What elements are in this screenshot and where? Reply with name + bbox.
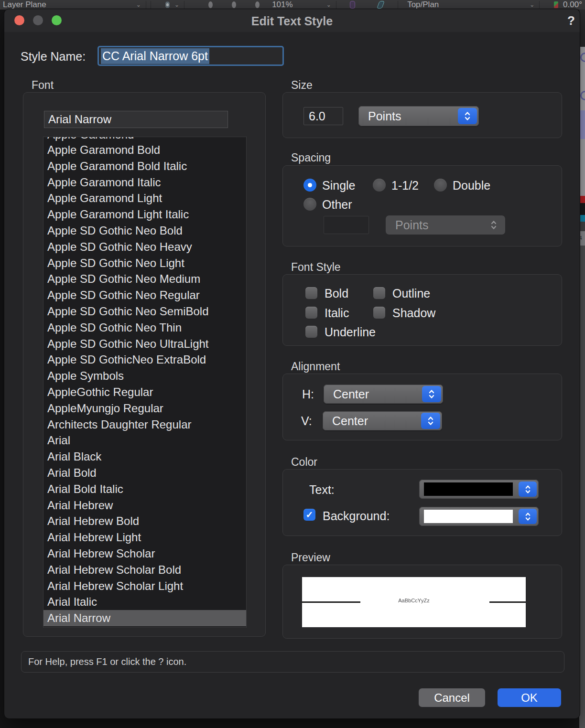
font-list-item[interactable]: Arial Hebrew Scholar Light — [43, 578, 246, 594]
chevron-down-icon: ⌄ — [530, 1, 534, 8]
other-spacing-input[interactable] — [324, 216, 369, 234]
radio-1-1-2[interactable] — [373, 179, 386, 192]
tool-circle-icon — [208, 1, 213, 8]
color-section-label: Color — [291, 456, 317, 469]
stepper-arrows-icon — [519, 482, 537, 497]
status-help-box: For Help, press F1 or click the ? icon. — [21, 651, 564, 673]
font-list-item[interactable]: Apple Garamond Bold Italic — [43, 158, 246, 174]
outline-checkbox[interactable] — [373, 287, 385, 299]
font-list-item[interactable]: Arial Narrow — [43, 610, 246, 626]
layer-plane-label: Layer Plane — [3, 0, 46, 10]
radio-double[interactable] — [434, 179, 447, 192]
alignment-section-label: Alignment — [291, 360, 340, 373]
font-list-item[interactable]: Apple SD Gothic Neo UltraLight — [43, 336, 246, 352]
font-list-item[interactable]: Arial Black — [43, 449, 246, 465]
size-value: 6.0 — [309, 109, 325, 123]
help-text: For Help, press F1 or click the ? icon. — [28, 656, 186, 667]
h-alignment-select[interactable]: Center — [324, 385, 443, 404]
font-list-item[interactable]: Arial Hebrew — [43, 497, 246, 514]
font-list-item[interactable]: Apple Garamond Light Italic — [43, 206, 246, 223]
font-list-item[interactable]: Arial — [43, 432, 246, 449]
font-list: Apple Garamond Apple Garamond BoldApple … — [43, 137, 247, 628]
other-spacing-unit-select[interactable]: Points — [386, 215, 505, 235]
font-groupbox: Arial Narrow Apple Garamond Apple Garamo… — [23, 92, 266, 637]
italic-label: Italic — [325, 306, 349, 320]
dialog-title: Edit Text Style — [4, 14, 580, 28]
background-color-label: Background: — [323, 509, 390, 523]
radio-1-1-2-label: 1-1/2 — [391, 179, 419, 193]
other-spacing-unit-value: Points — [395, 218, 428, 232]
font-list-item[interactable]: Arial Hebrew Bold — [43, 513, 246, 529]
edit-text-style-dialog: Edit Text Style ? Style Name: CC Arial N… — [4, 9, 580, 719]
font-list-item[interactable]: Apple SD Gothic Neo Heavy — [43, 239, 246, 255]
view-mode-label: Top/Plan — [407, 0, 439, 10]
alignment-groupbox: H: Center V: Center — [282, 374, 562, 440]
shadow-checkbox[interactable] — [373, 307, 385, 319]
background-color-well[interactable] — [419, 507, 539, 526]
font-list-item[interactable]: Arial Bold — [43, 465, 246, 481]
font-list-item[interactable]: Apple SD Gothic Neo SemiBold — [43, 303, 246, 320]
font-list-item[interactable]: Apple SD Gothic Neo Regular — [43, 287, 246, 303]
toolbar-divider — [539, 1, 540, 9]
background-app-toolbar: Layer Plane ⌄ ⌄ 101% ⌄ Top/Plan ⌄ 0.00° — [0, 0, 585, 10]
text-color-label: Text: — [309, 483, 335, 497]
cancel-button[interactable]: Cancel — [419, 688, 485, 707]
font-list-item[interactable]: Arial Bold Italic — [43, 481, 246, 497]
style-name-label: Style Name: — [21, 50, 86, 64]
text-color-well[interactable] — [419, 480, 539, 499]
bold-label: Bold — [325, 287, 348, 300]
font-list-item[interactable]: Arial Hebrew Scholar Bold — [43, 562, 246, 578]
size-unit-select[interactable]: Points — [358, 106, 479, 126]
font-search-input[interactable]: Arial Narrow — [44, 111, 228, 128]
toolbar-divider — [151, 1, 151, 9]
size-input[interactable]: 6.0 — [303, 107, 343, 125]
font-list-item[interactable]: Apple Garamond Italic — [43, 174, 246, 191]
radio-double-label: Double — [453, 179, 490, 193]
radio-single[interactable] — [303, 179, 316, 192]
font-list-item[interactable]: Architects Daughter Regular — [43, 417, 246, 433]
font-list-item-partial[interactable]: Apple Garamond — [43, 137, 246, 142]
font-list-item[interactable]: Apple SD Gothic Neo Medium — [43, 271, 246, 287]
stepper-arrows-icon — [458, 108, 477, 124]
underline-checkbox[interactable] — [305, 326, 317, 338]
background-checkbox[interactable]: ✓ — [303, 509, 315, 521]
font-list-item[interactable]: Apple Garamond Bold — [43, 142, 246, 158]
underline-label: Underline — [325, 325, 376, 339]
size-section-label: Size — [291, 79, 313, 92]
style-name-input[interactable]: CC Arial Narrow 6pt — [98, 46, 284, 66]
font-list-item[interactable]: Apple SD GothicNeo ExtraBold — [43, 352, 246, 368]
axonometry-icon — [378, 1, 384, 8]
chevron-down-icon: ⌄ — [326, 1, 331, 8]
radio-single-label: Single — [322, 179, 356, 193]
font-list-item[interactable]: Apple SD Gothic Neo Thin — [43, 320, 246, 336]
italic-checkbox[interactable] — [305, 307, 317, 319]
bold-checkbox[interactable] — [305, 287, 317, 299]
font-list-item[interactable]: Apple SD Gothic Neo Light — [43, 255, 246, 271]
h-alignment-value: Center — [333, 387, 369, 401]
help-icon[interactable]: ? — [567, 13, 575, 28]
chevron-down-icon: ⌄ — [174, 1, 179, 8]
font-list-item[interactable]: Arial Hebrew Light — [43, 529, 246, 546]
font-list-item[interactable]: AppleMyungjo Regular — [43, 400, 246, 417]
layer-plane-dropdown: Layer Plane ⌄ — [3, 0, 141, 10]
shadow-label: Shadow — [392, 306, 435, 320]
toolbar-divider — [146, 1, 146, 9]
radio-other[interactable] — [303, 198, 316, 211]
font-list-item[interactable]: Arial Italic — [43, 594, 246, 610]
preview-canvas: AaBbCcYyZz — [302, 577, 526, 627]
stepper-arrows-icon — [484, 217, 503, 233]
font-list-item[interactable]: Apple SD Gothic Neo Bold — [43, 223, 246, 239]
axis-icon — [554, 1, 558, 8]
font-style-groupbox: Bold Outline Italic Shadow Underline — [282, 274, 562, 346]
font-list-item[interactable]: Apple Garamond Light — [43, 190, 246, 206]
style-name-value: CC Arial Narrow 6pt — [101, 48, 209, 64]
ok-button[interactable]: OK — [498, 688, 561, 707]
font-list-item[interactable]: Arial Hebrew Scholar — [43, 546, 246, 562]
v-alignment-select[interactable]: Center — [323, 411, 442, 430]
outline-label: Outline — [392, 287, 430, 300]
font-list-item[interactable]: AppleGothic Regular — [43, 384, 246, 400]
font-section-label: Font — [32, 79, 54, 92]
dialog-titlebar: Edit Text Style ? — [4, 9, 580, 32]
font-list-item[interactable]: Apple Symbols — [43, 368, 246, 384]
stepper-arrows-icon — [519, 509, 537, 524]
